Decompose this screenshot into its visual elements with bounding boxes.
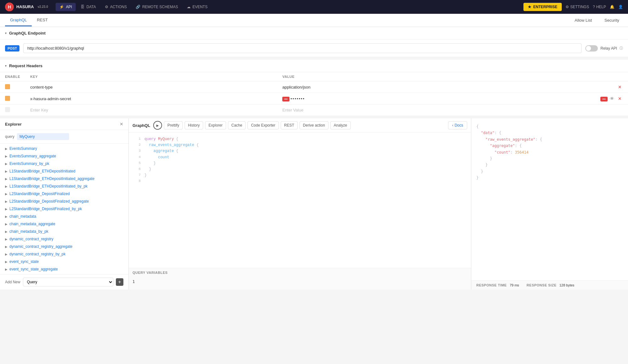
response-panel: { "data": { "raw_events_aggregate": { "a… [471, 118, 628, 290]
expand-icon: ▶ [5, 230, 8, 233]
rest-button[interactable]: REST [281, 121, 298, 129]
hasura-logo-icon: H [5, 3, 14, 11]
code-editor[interactable]: 1 query MyQuery { 2 raw_events_aggregate… [129, 133, 471, 268]
code-line-8: 8 [129, 178, 471, 184]
response-code: { "data": { "raw_events_aggregate": { "a… [471, 118, 628, 280]
api-icon: ⚡ [59, 5, 64, 9]
list-item[interactable]: ▶L2StandardBridge_DepositFinalized_by_pk [0, 205, 128, 213]
star-icon: ★ [528, 5, 531, 9]
user-button[interactable]: 👤 [618, 5, 623, 9]
nav-item-events[interactable]: ☁ EVENTS [183, 3, 211, 11]
nav-item-api[interactable]: ⚡ API [56, 3, 76, 11]
relay-api-toggle[interactable] [585, 45, 598, 52]
list-item[interactable]: ▶dynamic_contract_registry_by_pk [0, 250, 128, 258]
enable-col-header: ENABLE [0, 72, 25, 81]
tab-graphql[interactable]: GraphQL [5, 14, 32, 26]
help-icon: ? [593, 5, 595, 9]
explorer-close-button[interactable]: ✕ [120, 122, 123, 127]
list-item[interactable]: ▶EventsSummary_by_pk [0, 160, 128, 167]
list-item[interactable]: ▶dynamic_contract_registry_aggregate [0, 243, 128, 250]
list-item[interactable]: ▶dynamic_contract_registry [0, 235, 128, 243]
secret-options-button[interactable]: ••• [600, 97, 608, 101]
query-variables-editor[interactable]: 1 [129, 277, 471, 290]
nav-item-remote-schemas[interactable]: 🔗 REMOTE SCHEMAS [132, 3, 182, 11]
delete-header-1-button[interactable]: ✕ [617, 95, 623, 102]
app-version: v2.23.0 [38, 5, 48, 8]
editor-tab-title: GraphQL [133, 123, 150, 128]
list-item[interactable]: ▶L1StandardBridge_ETHDepositInitiated [0, 167, 128, 175]
code-line-5: 5 } [129, 160, 471, 166]
list-item[interactable]: ▶EventsSummary_aggregate [0, 152, 128, 160]
list-item[interactable]: ▶chain_metadata [0, 213, 128, 220]
headers-section-header[interactable]: ▾ Request Headers [0, 60, 628, 72]
code-line-4: 4 count [129, 155, 471, 160]
new-header-value-input[interactable]: Enter Value [282, 108, 303, 112]
list-item[interactable]: ▶chain_metadata_aggregate [0, 220, 128, 228]
prettify-button[interactable]: Prettify [164, 121, 182, 129]
code-line-7: 7 } [129, 172, 471, 178]
list-item[interactable]: ▶EventsSummary [0, 145, 128, 152]
list-item[interactable]: ▶L2StandardBridge_DepositFinalized [0, 190, 128, 198]
header-enable-new-checkbox[interactable] [5, 107, 10, 112]
query-variables-line-1: 1 [133, 280, 135, 284]
relay-api-label: Relay API [600, 46, 617, 51]
settings-button[interactable]: ⚙ SETTINGS [566, 5, 589, 9]
security-button[interactable]: Security [601, 15, 623, 25]
expand-icon: ▶ [5, 162, 8, 166]
endpoint-section-header[interactable]: ▾ GraphQL Endpoint [0, 27, 628, 40]
editor-toolbar: GraphQL ▶ Prettify History Explorer Cach… [129, 118, 471, 133]
list-item[interactable]: ▶event_sync_state [0, 258, 128, 265]
query-type-label: query [5, 134, 14, 139]
nav-right: ★ ENTERPRISE ⚙ SETTINGS ? HELP 🔔 👤 [523, 3, 623, 11]
docs-button[interactable]: ‹ Docs [448, 121, 467, 129]
header-key-0: content-type [25, 81, 277, 93]
expand-icon: ▶ [5, 237, 8, 241]
query-name-input[interactable] [17, 133, 69, 140]
add-new-button[interactable]: + [116, 278, 123, 286]
list-item[interactable]: ▶event_sync_state_aggregate [0, 265, 128, 273]
add-new-select[interactable]: Query Mutation Subscription [23, 278, 113, 286]
expand-icon: ▶ [5, 155, 8, 158]
run-query-button[interactable]: ▶ [153, 121, 162, 130]
relay-info-icon[interactable]: ⓘ [620, 46, 623, 51]
help-button[interactable]: ? HELP [593, 5, 606, 9]
sub-nav-right: Allow List Security [571, 15, 623, 25]
top-nav: H HASURA v2.23.0 ⚡ API 🗄 DATA ⚙ ACTIONS … [0, 0, 628, 14]
endpoint-row: POST Relay API ⓘ [0, 40, 628, 57]
explorer-footer: Add New Query Mutation Subscription + [0, 274, 128, 290]
cache-button[interactable]: Cache [228, 121, 246, 129]
expand-icon: ▶ [5, 260, 8, 263]
nav-item-actions[interactable]: ⚙ ACTIONS [101, 3, 131, 11]
add-new-label: Add New [5, 280, 20, 284]
eye-icon[interactable]: 👁 [609, 95, 615, 102]
analyze-button[interactable]: Analyze [330, 121, 351, 129]
headers-chevron-icon: ▾ [5, 64, 7, 68]
list-item[interactable]: ▶L1StandardBridge_ETHDepositInitiated_ag… [0, 175, 128, 182]
value-col-header: VALUE [277, 72, 467, 81]
notifications-button[interactable]: 🔔 [610, 5, 614, 9]
endpoint-url-input[interactable] [23, 43, 582, 53]
allow-list-button[interactable]: Allow List [571, 15, 596, 25]
list-item[interactable]: ▶L2StandardBridge_DepositFinalized_aggre… [0, 198, 128, 205]
header-enable-checkbox-0[interactable] [5, 84, 10, 89]
explorer-title: Explorer [5, 122, 22, 127]
new-header-key-input[interactable]: Enter Key [30, 108, 48, 112]
table-row: content-type application/json ✕ [0, 81, 628, 93]
list-item[interactable]: ▶L1StandardBridge_ETHDepositInitiated_by… [0, 182, 128, 190]
delete-header-0-button[interactable]: ✕ [617, 84, 623, 90]
explorer-button[interactable]: Explorer [205, 121, 226, 129]
nav-items: ⚡ API 🗄 DATA ⚙ ACTIONS 🔗 REMOTE SCHEMAS … [56, 3, 523, 11]
explorer-header: Explorer ✕ [0, 118, 128, 130]
settings-icon: ⚙ [566, 5, 569, 9]
code-exporter-button[interactable]: Code Exporter [247, 121, 279, 129]
chevron-left-icon: ‹ [452, 123, 453, 128]
history-button[interactable]: History [185, 121, 203, 129]
derive-action-button[interactable]: Derive action [300, 121, 328, 129]
header-enable-checkbox-1[interactable] [5, 96, 10, 101]
secret-dots-button[interactable]: ••• [282, 97, 290, 101]
list-item[interactable]: ▶chain_metadata_by_pk [0, 228, 128, 235]
enterprise-button[interactable]: ★ ENTERPRISE [523, 3, 562, 11]
events-icon: ☁ [187, 5, 191, 9]
nav-item-data[interactable]: 🗄 DATA [77, 3, 100, 11]
tab-rest[interactable]: REST [32, 14, 53, 26]
